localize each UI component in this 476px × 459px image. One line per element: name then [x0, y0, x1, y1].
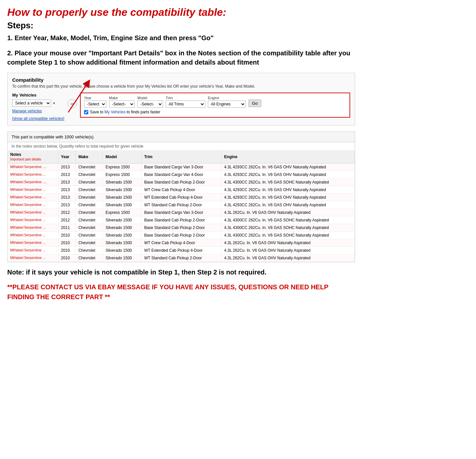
table-row: Mfrlabel:Serpentine ... 2010 Chevrolet S… [8, 232, 355, 239]
select-vehicle-dropdown[interactable]: Select a vehicle [12, 100, 51, 107]
cell-make: Chevrolet [75, 201, 103, 209]
compatibility-section: Compatibility To confirm that this part … [7, 73, 355, 126]
cell-make: Chevrolet [75, 239, 103, 247]
cell-engine: 4.3L 4300CC 262Cu. In. V6 GAS SOHC Natur… [221, 179, 354, 186]
th-trim: Trim [141, 151, 221, 163]
cell-model: Silverado 1500 [103, 232, 141, 239]
engine-label: Engine [208, 96, 246, 100]
cell-year: 2013 [58, 194, 76, 201]
th-model: Model [103, 151, 141, 163]
cell-notes: Mfrlabel:Serpentine.... [8, 171, 58, 179]
table-row: Mfrlabel:Serpentine ... 2010 Chevrolet S… [8, 247, 355, 254]
cell-engine: 4.3L 4293CC 262Cu. In. V6 GAS OHV Natura… [221, 163, 354, 171]
my-vehicles-label: My Vehicles [12, 93, 64, 98]
table-row: Mfrlabel:Serpentine ... 2012 Chevrolet E… [8, 209, 355, 216]
cell-year: 2012 [58, 216, 76, 224]
cell-notes: Mfrlabel:Serpentine ... [8, 186, 58, 194]
cell-year: 2011 [58, 224, 76, 232]
cell-model: Silverado 1500 [103, 216, 141, 224]
cell-trim: Base Standard Cab Pickup 2-Door [141, 224, 221, 232]
model-select[interactable]: -Select- [137, 100, 163, 108]
cell-engine: 4.3L 262Cu. In. V6 GAS OHV Naturally Asp… [221, 239, 354, 247]
manage-vehicles-link[interactable]: Manage vehicles [12, 109, 64, 113]
table-row: Mfrlabel:Serpentine ... 2010 Chevrolet S… [8, 254, 355, 262]
note-text: Note: if it says your vehicle is not com… [7, 268, 355, 277]
year-select[interactable]: -Select- [84, 100, 106, 108]
cell-trim: WT Extended Cab Pickup 4-Door [141, 194, 221, 201]
step2-text: 2. Place your mouse over "Important Part… [7, 48, 355, 67]
cell-make: Chevrolet [75, 254, 103, 262]
table-row: Mfrlabel:Serpentine .... 2013 Chevrolet … [8, 163, 355, 171]
cell-model: Silverado 1500 [103, 194, 141, 201]
dropdown-arrow-icon: ▼ [52, 101, 56, 105]
cell-engine: 4.3L 262Cu. In. V6 GAS OHV Naturally Asp… [221, 254, 354, 262]
model-label: Model [137, 96, 163, 100]
step1-text: 1. Enter Year, Make, Model, Trim, Engine… [7, 33, 355, 43]
cell-model: Silverado 1500 [103, 239, 141, 247]
compat-subtitle: To confirm that this part fits your vehi… [12, 84, 350, 89]
cell-year: 2013 [58, 163, 76, 171]
ymm-fields-col: Year -Select- Make -Select- Model [80, 93, 350, 118]
cell-engine: 4.3L 4293CC 262Cu. In. V6 GAS OHV Natura… [221, 201, 354, 209]
engine-field-group: Engine All Engines [208, 96, 246, 108]
year-label: Year [84, 96, 106, 100]
show-all-link[interactable]: [show all compatible vehicles] [12, 116, 64, 121]
table-row: Mfrlabel:Serpentine ... 2012 Chevrolet S… [8, 216, 355, 224]
table-row: Mfrlabel:Serpentine .... 2013 Chevrolet … [8, 179, 355, 186]
cell-trim: WT Standard Cab Pickup 2-Door [141, 254, 221, 262]
th-engine: Engine [221, 151, 354, 163]
cell-year: 2013 [58, 171, 76, 179]
cell-make: Chevrolet [75, 171, 103, 179]
cell-model: Express 1500 [103, 163, 141, 171]
make-select[interactable]: -Select- [109, 100, 135, 108]
cell-make: Chevrolet [75, 163, 103, 171]
cell-model: Express 1500 [103, 171, 141, 179]
or-separator: or [68, 99, 77, 108]
cell-model: Silverado 1500 [103, 201, 141, 209]
save-checkbox[interactable] [84, 110, 88, 114]
cell-notes: Mfrlabel:Serpentine .... [8, 179, 58, 186]
cell-year: 2013 [58, 201, 76, 209]
trim-select[interactable]: All Trims [166, 100, 205, 108]
cell-model: Silverado 1500 [103, 254, 141, 262]
cell-make: Chevrolet [75, 232, 103, 239]
cell-engine: 4.3L 4293CC 262Cu. In. V6 GAS OHV Natura… [221, 171, 354, 179]
table-row: Mfrlabel:Serpentine ... 2013 Chevrolet S… [8, 194, 355, 201]
cell-notes: Mfrlabel:Serpentine ... [8, 224, 58, 232]
cell-year: 2013 [58, 179, 76, 186]
compat-banner: This part is compatible with 1000 vehicl… [8, 132, 355, 142]
go-button[interactable]: Go [248, 100, 261, 107]
table-row: Mfrlabel:Serpentine.... 2013 Chevrolet E… [8, 171, 355, 179]
cell-trim: Base Standard Cab Pickup 2-Door [141, 179, 221, 186]
table-row: Mfrlabel:Serpentine ... 2013 Chevrolet S… [8, 186, 355, 194]
cell-make: Chevrolet [75, 179, 103, 186]
compatibility-table: Notes Important part details Year Make M… [8, 151, 355, 262]
cell-trim: Base Standard Cargo Van 3-Door [141, 209, 221, 216]
cell-make: Chevrolet [75, 186, 103, 194]
cell-notes: Mfrlabel:Serpentine ... [8, 247, 58, 254]
cell-engine: 4.3L 4300CC 262Cu. In. V6 GAS SOHC Natur… [221, 224, 354, 232]
compat-table-section: This part is compatible with 1000 vehicl… [7, 131, 355, 262]
cell-trim: Base Standard Cab Pickup 2-Door [141, 232, 221, 239]
trim-label: Trim [166, 96, 205, 100]
main-title: How to properly use the compatibility ta… [7, 6, 355, 18]
cell-trim: WT Crew Cab Pickup 4-Door [141, 186, 221, 194]
cell-notes: Mfrlabel:Serpentine ... [8, 216, 58, 224]
cell-make: Chevrolet [75, 216, 103, 224]
cell-engine: 4.3L 4293CC 262Cu. In. V6 GAS OHV Natura… [221, 186, 354, 194]
cell-model: Silverado 1500 [103, 186, 141, 194]
cell-trim: WT Standard Cab Pickup 2-Door [141, 201, 221, 209]
my-vehicles-save-link[interactable]: My Vehicles [104, 110, 126, 114]
engine-select[interactable]: All Engines [208, 100, 246, 108]
th-make: Make [75, 151, 103, 163]
cell-model: Silverado 1500 [103, 247, 141, 254]
compat-title: Compatibility [12, 77, 350, 83]
cell-notes: Mfrlabel:Serpentine ... [8, 209, 58, 216]
th-notes: Notes Important part details [8, 151, 58, 163]
model-field-group: Model -Select- [137, 96, 163, 108]
th-year: Year [58, 151, 76, 163]
cell-make: Chevrolet [75, 194, 103, 201]
cell-year: 2010 [58, 239, 76, 247]
save-text: Save to My Vehicles to finds parts faste… [90, 110, 160, 114]
table-row: Mfrlabel:Serpentine ... 2013 Chevrolet S… [8, 201, 355, 209]
